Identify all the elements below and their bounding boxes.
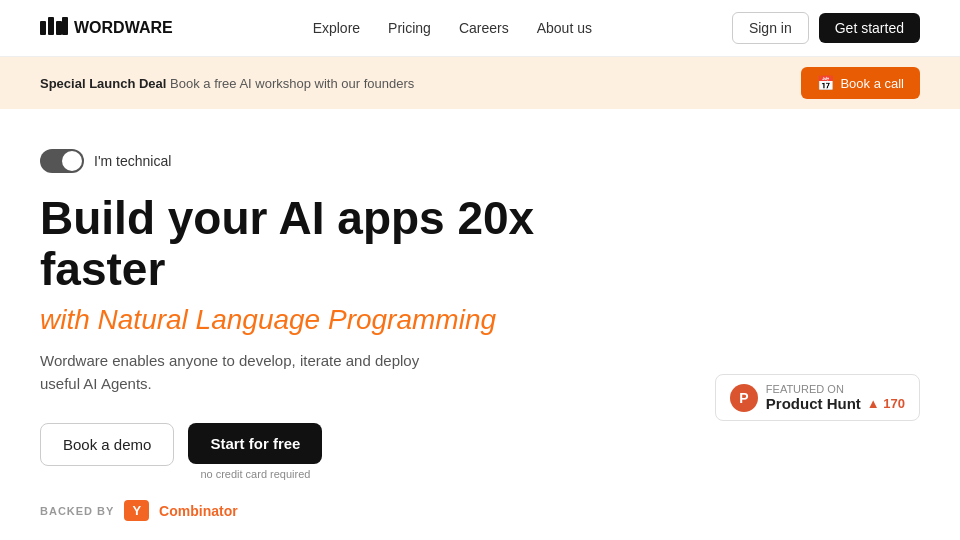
hero: I'm technical Build your AI apps 20x fas… [0,109,600,500]
hero-section: I'm technical Build your AI apps 20x fas… [0,109,960,500]
logo[interactable]: WORDWARE [40,17,173,40]
hero-description: Wordware enables anyone to develop, iter… [40,350,460,395]
ph-name: Product Hunt [766,395,861,412]
toggle-knob [62,151,82,171]
main-content: I'm technical Build your AI apps 20x fas… [0,109,960,540]
svg-rect-3 [62,17,68,35]
banner-label: Special Launch Deal [40,76,166,91]
book-call-button[interactable]: 📅 Book a call [801,67,920,99]
navbar: WORDWARE Explore Pricing Careers About u… [0,0,960,57]
nav-about[interactable]: About us [537,20,592,36]
nav-links: Explore Pricing Careers About us [313,20,592,36]
getstarted-button[interactable]: Get started [819,13,920,43]
svg-rect-0 [40,21,46,35]
product-hunt-icon: P [730,384,758,412]
signin-button[interactable]: Sign in [732,12,809,44]
start-free-button[interactable]: Start for free [188,423,322,464]
product-hunt-badge[interactable]: P FEATURED ON Product Hunt ▲ 170 [715,374,920,421]
ph-count: ▲ 170 [867,396,905,411]
cta-row: Book a demo Start for free no credit car… [40,423,322,480]
logo-icon [40,17,68,40]
svg-rect-2 [56,21,62,35]
no-credit-card-text: no credit card required [200,468,310,480]
nav-careers[interactable]: Careers [459,20,509,36]
calendar-icon: 📅 [817,75,834,91]
banner-text: Special Launch Deal Book a free AI works… [40,76,414,91]
ph-featured-label: FEATURED ON [766,383,905,395]
logo-text: WORDWARE [74,19,173,37]
yc-icon: Y [124,500,149,521]
promo-banner: Special Launch Deal Book a free AI works… [0,57,960,109]
nav-actions: Sign in Get started [732,12,920,44]
hero-subtitle: with Natural Language Programming [40,304,496,336]
hero-title: Build your AI apps 20x faster [40,193,560,294]
technical-toggle[interactable] [40,149,84,173]
toggle-row: I'm technical [40,149,171,173]
svg-rect-1 [48,17,54,35]
book-demo-button[interactable]: Book a demo [40,423,174,466]
nav-explore[interactable]: Explore [313,20,360,36]
start-col: Start for free no credit card required [188,423,322,480]
book-call-label: Book a call [840,76,904,91]
combinator-name: Combinator [159,503,238,519]
toggle-label: I'm technical [94,153,171,169]
backed-label: BACKED BY [40,505,114,517]
banner-desc: Book a free AI workshop with our founder… [170,76,414,91]
backed-by-row: BACKED BY Y Combinator [0,500,960,540]
ph-info: FEATURED ON Product Hunt ▲ 170 [766,383,905,412]
nav-pricing[interactable]: Pricing [388,20,431,36]
